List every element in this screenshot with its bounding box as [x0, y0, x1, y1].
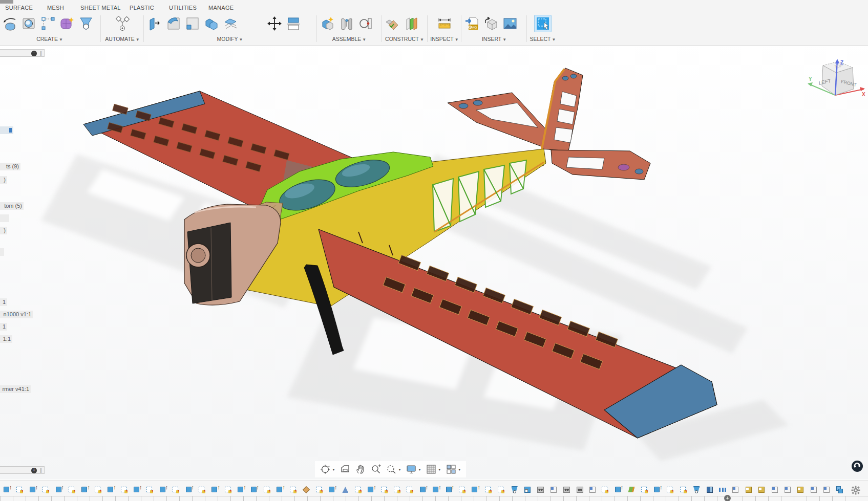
timeline-sketch-icon[interactable]: [146, 485, 155, 494]
viewports-icon[interactable]: ▼: [444, 463, 463, 476]
timeline-settings-gear[interactable]: [850, 485, 861, 496]
browser-panel-header[interactable]: − ∥: [0, 49, 45, 57]
timeline-extrude-icon[interactable]: [55, 485, 65, 494]
timeline-sketch-icon[interactable]: [120, 485, 130, 494]
tab-mesh[interactable]: MESH: [47, 5, 64, 11]
look-at-icon[interactable]: [338, 463, 352, 476]
timeline-extrude-icon[interactable]: [133, 485, 142, 494]
insert-menu[interactable]: INSERT▼: [464, 36, 524, 42]
timeline-extrude-icon[interactable]: [29, 485, 38, 494]
insert-mesh-icon[interactable]: [483, 15, 499, 32]
viewport-3d[interactable]: [0, 46, 868, 480]
timeline-feature-flag-icon[interactable]: [784, 485, 793, 494]
tab-surface[interactable]: SURFACE: [5, 5, 33, 11]
timeline-pattern-icon[interactable]: [562, 485, 571, 494]
timeline-sketch-icon[interactable]: [601, 485, 610, 494]
zoom-window-icon[interactable]: ▼: [384, 463, 403, 476]
automate-menu[interactable]: AUTOMATE▼: [103, 36, 141, 42]
browser-item-fragment[interactable]: ): [0, 227, 7, 234]
measure-icon[interactable]: [436, 15, 453, 32]
timeline-sketch-icon[interactable]: [641, 485, 650, 494]
tab-manage[interactable]: MANAGE: [208, 5, 234, 11]
timeline-extrude-icon[interactable]: [367, 485, 376, 494]
canvas-icon[interactable]: [502, 15, 518, 32]
timeline-feature-flag-icon[interactable]: [588, 485, 598, 494]
timeline-extrude-icon[interactable]: [419, 485, 429, 494]
move-icon[interactable]: [266, 15, 283, 32]
automation-icon[interactable]: [114, 15, 131, 32]
timeline-form-icon[interactable]: [692, 485, 702, 494]
timeline-form-icon[interactable]: [511, 485, 520, 494]
timeline-sketch-icon[interactable]: [680, 485, 689, 494]
insert-svg-icon[interactable]: SVG: [464, 15, 480, 32]
timeline-extrude-icon[interactable]: [185, 485, 195, 494]
select-icon[interactable]: [534, 15, 552, 32]
browser-expand-button[interactable]: +: [31, 468, 37, 473]
timeline-offset-plane-icon[interactable]: [627, 485, 637, 494]
sketch-scale-icon[interactable]: [40, 15, 56, 32]
timeline-extrude-icon[interactable]: [276, 485, 285, 494]
fillet-icon[interactable]: [165, 15, 182, 32]
browser-panel-footer[interactable]: + ∥: [0, 466, 45, 474]
timeline-sketch-icon[interactable]: [315, 485, 325, 494]
timeline-feature-flag-icon[interactable]: [549, 485, 559, 494]
browser-item-fragment[interactable]: ts (9): [0, 163, 20, 170]
timeline-sketch-icon[interactable]: [406, 485, 415, 494]
timeline-appearance-flag-icon[interactable]: [757, 485, 767, 494]
align-icon[interactable]: [285, 15, 302, 32]
timeline-sketch-icon[interactable]: [263, 485, 272, 494]
timeline-sketch-icon[interactable]: [94, 485, 103, 494]
timeline-appearance-flag-icon[interactable]: [745, 485, 754, 494]
hole-icon[interactable]: [21, 15, 37, 32]
timeline-extrude-icon[interactable]: [159, 485, 168, 494]
timeline-sketch-icon[interactable]: [393, 485, 403, 494]
timeline-extrude-icon[interactable]: [653, 485, 663, 494]
timeline-extrude-icon[interactable]: [615, 485, 624, 494]
browser-item-fragment[interactable]: [0, 214, 9, 222]
zoom-icon[interactable]: [369, 463, 383, 476]
pan-icon[interactable]: [353, 463, 368, 476]
timeline-sketch-icon[interactable]: [380, 485, 390, 494]
tab-sheet-metal[interactable]: SHEET METAL: [80, 5, 121, 11]
timeline-sketch-icon[interactable]: [354, 485, 364, 494]
timeline-feature-flag-icon[interactable]: [822, 485, 832, 494]
construction-plane-icon[interactable]: [384, 15, 400, 32]
combine-icon[interactable]: [203, 15, 220, 32]
tab-plastic[interactable]: PLASTIC: [130, 5, 154, 11]
joint-icon[interactable]: [338, 15, 355, 32]
chamfer-icon[interactable]: [184, 15, 201, 32]
midplane-icon[interactable]: [403, 15, 419, 32]
timeline-ruler[interactable]: [0, 496, 868, 501]
tab-utilities[interactable]: UTILITIES: [169, 5, 197, 11]
create-form-icon[interactable]: [59, 15, 75, 32]
inspect-menu[interactable]: INSPECT▼: [430, 36, 459, 42]
timeline-extrude-icon[interactable]: [432, 485, 441, 494]
timeline-sketch-icon[interactable]: [484, 485, 494, 494]
press-pull-icon[interactable]: [146, 15, 163, 32]
browser-item-fragment[interactable]: 1: [0, 298, 7, 306]
as-built-joint-icon[interactable]: [357, 15, 374, 32]
assistant-icon[interactable]: [851, 460, 863, 472]
timeline-feature-flag-icon[interactable]: [810, 485, 819, 494]
browser-item-fragment[interactable]: [0, 248, 4, 256]
timeline-extrude-icon[interactable]: [3, 485, 12, 494]
timeline-sketch-icon[interactable]: [68, 485, 77, 494]
timeline-sketch-icon[interactable]: [666, 485, 675, 494]
timeline-sketch-icon[interactable]: [289, 485, 299, 494]
timeline-feature-flag-icon[interactable]: [731, 485, 740, 494]
web-icon[interactable]: [78, 15, 94, 32]
timeline-sketch-icon[interactable]: [224, 485, 234, 494]
browser-item-fragment[interactable]: 1:1: [0, 335, 12, 343]
offset-face-icon[interactable]: [222, 15, 239, 32]
construct-menu[interactable]: CONSTRUCT▼: [384, 36, 425, 42]
browser-collapse-button[interactable]: −: [31, 51, 37, 56]
browser-item-fragment-selected[interactable]: [0, 126, 13, 134]
timeline-sketch-icon[interactable]: [497, 485, 506, 494]
timeline-construction-plane-icon[interactable]: [302, 485, 311, 494]
timeline-appearance-flag-icon[interactable]: [796, 485, 806, 494]
viewcube[interactable]: LEFT FRONT TOP Z Y X: [807, 57, 868, 110]
timeline-extrude-icon[interactable]: [107, 485, 116, 494]
timeline-position-marker[interactable]: +: [724, 495, 731, 501]
browser-item-fragment[interactable]: rmer v41:1: [0, 385, 31, 393]
timeline-pattern-icon[interactable]: [536, 485, 545, 494]
